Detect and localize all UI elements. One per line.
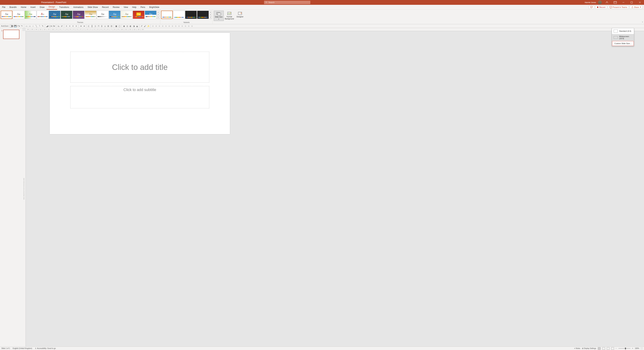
ribbon-mode-icon[interactable] — [612, 0, 618, 5]
tab-review[interactable]: Review — [111, 5, 122, 10]
superscript-icon[interactable]: x² — [60, 25, 63, 28]
shape-outline-icon[interactable]: ◻▾ — [49, 25, 52, 28]
theme-3[interactable]: Aa — [25, 11, 36, 19]
coming-soon-icon[interactable] — [604, 0, 610, 5]
align-objects-left-icon[interactable]: ⊏ — [87, 25, 90, 28]
theme-office[interactable]: Aa — [1, 11, 12, 19]
font-color-icon[interactable]: A▾ — [52, 25, 55, 28]
scroll-down-icon[interactable]: ▾ — [157, 14, 159, 16]
redo-icon[interactable]: ↷ — [20, 25, 23, 28]
avatar[interactable] — [598, 1, 602, 4]
tab-design[interactable]: Design — [46, 5, 57, 10]
merge-union-icon[interactable]: ◉ — [123, 25, 126, 28]
scroll-down-icon[interactable]: ▾ — [209, 14, 212, 16]
star-icon[interactable]: ☆ — [158, 25, 161, 28]
align-right-icon[interactable]: ≡ — [72, 25, 74, 28]
format-background-button[interactable]: Format Background — [224, 11, 234, 21]
align-objects-bottom-icon[interactable]: ⊔ — [104, 25, 106, 28]
connector-icon[interactable]: └ — [38, 25, 41, 28]
theme-11[interactable]: Aa — [121, 11, 132, 19]
tab-help[interactable]: Help — [130, 5, 138, 10]
zoom-level[interactable]: 106% — [635, 347, 639, 349]
notes-button[interactable]: ≡ Notes — [574, 347, 580, 349]
align-objects-right-icon[interactable]: ⊐ — [94, 25, 96, 28]
theme-5[interactable]: Aa — [49, 11, 60, 19]
theme-9[interactable]: Aa — [97, 11, 108, 19]
tab-insert[interactable]: Insert — [28, 5, 38, 10]
star-icon[interactable]: ☆ — [168, 25, 170, 28]
tab-slideshow[interactable]: Slide Show — [86, 5, 100, 10]
align-center-icon[interactable]: ≡ — [68, 25, 71, 28]
bring-forward-icon[interactable]: ▫▾ — [80, 25, 82, 28]
textbox-icon[interactable]: ▭ — [25, 25, 28, 28]
animation-painter-icon[interactable]: ✨ — [147, 25, 150, 28]
justify-icon[interactable]: ≡ — [75, 25, 78, 28]
theme-6[interactable]: Aa — [61, 11, 72, 19]
rectangle-icon[interactable]: ▭ — [28, 25, 31, 28]
star-icon[interactable]: ☆ — [187, 25, 190, 28]
star-icon[interactable]: ☆ — [155, 25, 158, 28]
minimize-button[interactable] — [620, 0, 626, 5]
distribute-vert-icon[interactable]: ⊟ — [110, 25, 113, 28]
zoom-out-icon[interactable]: − — [616, 347, 617, 349]
comments-button[interactable] — [589, 6, 594, 9]
reading-view-icon[interactable] — [607, 347, 610, 350]
slide[interactable]: Click to add title Click to add subtitle — [50, 33, 230, 134]
undo-icon[interactable]: ↶▾ — [17, 25, 20, 28]
group-icon[interactable]: ▣ — [115, 25, 118, 28]
tab-brightslide[interactable]: BrightSlide — [147, 5, 161, 10]
eyedropper-icon[interactable]: ✐ — [140, 25, 143, 28]
variant-1[interactable] — [161, 11, 173, 19]
tab-brandin[interactable]: BrandIn — [8, 5, 19, 10]
send-backward-icon[interactable]: ▫▾ — [83, 25, 86, 28]
tab-file[interactable]: File — [0, 5, 8, 10]
star-icon[interactable]: ☆ — [190, 25, 193, 28]
slide-size-button[interactable]: Slide Size ▾ — [214, 11, 224, 21]
merge-subtract-icon[interactable]: ◒ — [136, 25, 138, 28]
theme-8[interactable]: Aa — [85, 11, 96, 19]
user-name[interactable]: Harriet Jones — [585, 1, 596, 4]
tab-transitions[interactable]: Transitions — [57, 5, 71, 10]
tab-draw[interactable]: Draw — [38, 5, 46, 10]
status-accessibility[interactable]: Accessibility: Good to go — [35, 347, 56, 349]
align-objects-middle-icon[interactable]: ╪ — [100, 25, 103, 28]
themes-scroll[interactable]: ▴▾▾ — [157, 11, 160, 19]
slidesize-standard[interactable]: Standard (4:3) — [612, 28, 634, 34]
star-icon[interactable]: ☆ — [174, 25, 177, 28]
status-slide[interactable]: Slide 1 of 1 — [1, 347, 10, 349]
theme-2[interactable]: Aa — [13, 11, 24, 19]
format-painter-icon[interactable]: 🖌 — [144, 25, 146, 28]
collapse-ribbon-icon[interactable]: ^ — [642, 21, 643, 23]
subscript-icon[interactable]: x₂ — [57, 25, 60, 28]
tab-pens[interactable]: Pens — [138, 5, 147, 10]
star-icon[interactable]: ☆ — [171, 25, 174, 28]
title-placeholder[interactable]: Click to add title — [70, 52, 209, 83]
variants-scroll[interactable]: ▴▾▾ — [209, 11, 212, 19]
display-settings-button[interactable]: ⊞ Display Settings — [582, 347, 596, 349]
subtitle-placeholder[interactable]: Click to add subtitle — [70, 86, 209, 108]
gallery-more-icon[interactable]: ▾ — [209, 16, 212, 19]
zoom-in-icon[interactable]: + — [632, 347, 633, 349]
fit-view-icon[interactable]: ⛶ — [641, 347, 643, 349]
star-icon[interactable]: ☆ — [152, 25, 154, 28]
gallery-more-icon[interactable]: ▾ — [157, 16, 159, 19]
slide-thumb-image[interactable] — [3, 30, 20, 39]
line-icon[interactable]: ╲ — [35, 25, 38, 28]
slideshow-view-icon[interactable] — [611, 347, 614, 350]
distribute-horiz-icon[interactable]: ⊞ — [107, 25, 110, 28]
align-left-icon[interactable]: ≡ — [65, 25, 68, 28]
oval-icon[interactable]: ○ — [32, 25, 34, 28]
theme-13[interactable]: Aa — [145, 11, 156, 19]
sorter-view-icon[interactable] — [602, 347, 605, 350]
scroll-up-icon[interactable]: ▴ — [157, 11, 159, 14]
tab-home[interactable]: Home — [19, 5, 28, 10]
merge-intersect-icon[interactable]: ◑ — [132, 25, 135, 28]
star-icon[interactable]: ☆ — [181, 25, 184, 28]
scroll-up-icon[interactable]: ▴ — [209, 11, 212, 14]
theme-12[interactable]: Aa — [133, 11, 144, 19]
tab-animations[interactable]: Animations — [71, 5, 86, 10]
align-objects-center-icon[interactable]: ╫ — [90, 25, 93, 28]
zoom-slider[interactable] — [618, 348, 630, 349]
shape-fill-icon[interactable]: ◢▾ — [46, 25, 49, 28]
star-icon[interactable]: ☆ — [184, 25, 187, 28]
